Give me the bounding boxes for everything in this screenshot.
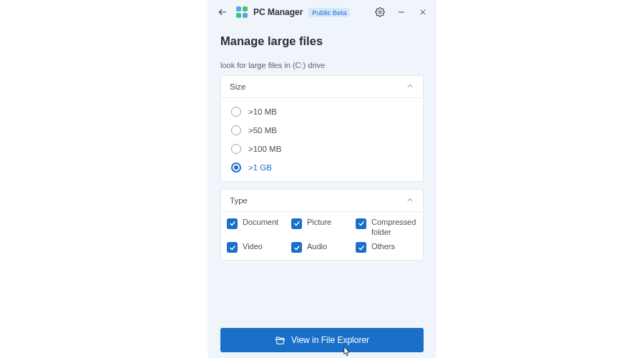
minimize-button[interactable] bbox=[392, 3, 411, 21]
radio-icon bbox=[231, 107, 241, 117]
type-option-others[interactable]: Others bbox=[356, 242, 417, 253]
checkbox-checked-icon bbox=[291, 218, 302, 229]
app-window: PC Manager Public Beta Manage large file… bbox=[208, 0, 436, 358]
type-option-document[interactable]: Document bbox=[227, 218, 288, 238]
size-option-50mb[interactable]: >50 MB bbox=[225, 121, 419, 140]
size-option-label: >1 GB bbox=[248, 163, 272, 172]
folder-open-icon bbox=[275, 335, 286, 346]
back-button[interactable] bbox=[213, 3, 232, 21]
size-panel-title: Size bbox=[230, 82, 245, 91]
size-option-label: >10 MB bbox=[248, 107, 277, 116]
type-panel: Type Document Picture bbox=[220, 189, 424, 261]
type-panel-title: Type bbox=[230, 196, 248, 205]
type-option-picture[interactable]: Picture bbox=[291, 218, 353, 238]
size-panel: Size >10 MB >50 MB bbox=[220, 75, 424, 182]
checkbox-checked-icon bbox=[227, 242, 238, 253]
beta-badge: Public Beta bbox=[308, 8, 350, 17]
primary-button-label: View in File Explorer bbox=[291, 335, 369, 345]
type-option-label: Others bbox=[371, 242, 395, 252]
svg-point-1 bbox=[379, 11, 381, 14]
view-in-file-explorer-button[interactable]: View in File Explorer bbox=[220, 328, 424, 352]
size-option-1gb[interactable]: >1 GB bbox=[225, 158, 419, 177]
type-option-label: Audio bbox=[307, 242, 327, 252]
type-panel-header[interactable]: Type bbox=[221, 190, 423, 212]
titlebar: PC Manager Public Beta bbox=[208, 0, 436, 24]
chevron-up-icon bbox=[406, 82, 414, 92]
size-option-10mb[interactable]: >10 MB bbox=[225, 102, 419, 121]
type-option-label: Video bbox=[243, 242, 263, 252]
content-area: Manage large files look for large files … bbox=[208, 24, 436, 352]
radio-selected-icon bbox=[231, 163, 241, 173]
app-title: PC Manager bbox=[253, 7, 303, 17]
type-option-audio[interactable]: Audio bbox=[291, 242, 353, 253]
chevron-up-icon bbox=[406, 195, 414, 205]
size-option-label: >50 MB bbox=[248, 126, 277, 135]
minimize-icon bbox=[397, 8, 406, 16]
close-button[interactable] bbox=[414, 3, 432, 21]
page-subtitle: look for large files in (C:) drive bbox=[220, 61, 424, 69]
back-arrow-icon bbox=[218, 7, 228, 17]
size-option-label: >100 MB bbox=[248, 145, 281, 153]
page-title: Manage large files bbox=[220, 34, 424, 48]
type-option-label: Picture bbox=[307, 218, 331, 228]
size-panel-body: >10 MB >50 MB >100 MB >1 GB bbox=[221, 98, 423, 181]
type-option-video[interactable]: Video bbox=[227, 242, 288, 253]
size-panel-header[interactable]: Size bbox=[221, 76, 423, 98]
cursor-pointer-icon bbox=[341, 345, 352, 358]
app-logo-icon bbox=[236, 6, 248, 18]
settings-button[interactable] bbox=[371, 3, 389, 21]
checkbox-checked-icon bbox=[356, 218, 366, 229]
close-icon bbox=[419, 8, 427, 16]
checkbox-checked-icon bbox=[291, 242, 302, 253]
radio-icon bbox=[231, 144, 241, 154]
gear-icon bbox=[375, 7, 385, 17]
type-option-label: Compressed folder bbox=[371, 218, 417, 238]
checkbox-checked-icon bbox=[227, 218, 238, 229]
type-option-label: Document bbox=[243, 218, 278, 228]
size-option-100mb[interactable]: >100 MB bbox=[225, 140, 419, 158]
checkbox-checked-icon bbox=[356, 242, 366, 253]
type-option-compressed[interactable]: Compressed folder bbox=[356, 218, 417, 238]
type-grid: Document Picture Compressed folder Video bbox=[221, 212, 423, 260]
radio-icon bbox=[231, 125, 241, 135]
